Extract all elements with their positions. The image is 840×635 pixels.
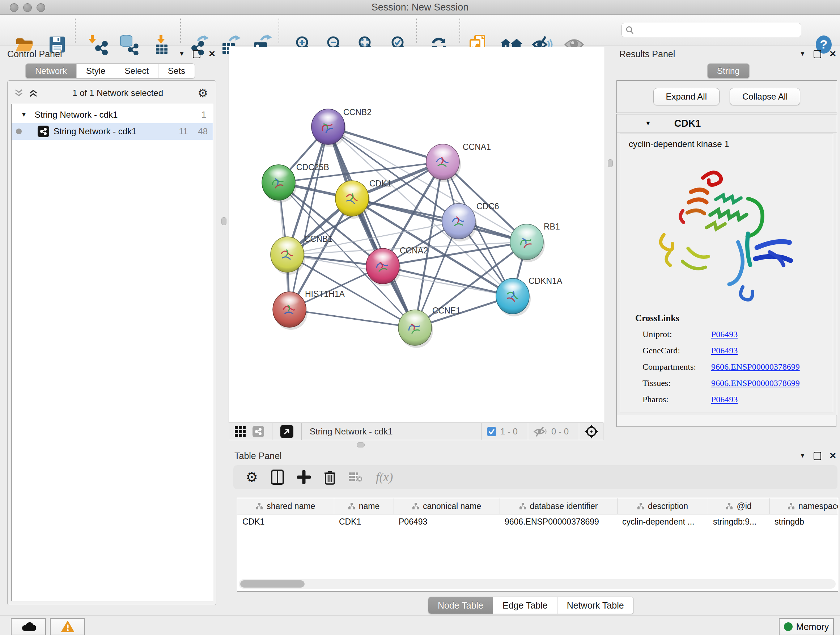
node-table[interactable]: shared name name canonical name database… bbox=[237, 498, 838, 592]
collapse-all-networks-icon[interactable] bbox=[14, 89, 24, 97]
add-column-icon[interactable] bbox=[297, 470, 311, 484]
entry-collapse-icon[interactable]: ▼ bbox=[645, 120, 651, 127]
table-row[interactable]: CDK1 CDK1 P06493 9606.ENSP00000378699 cy… bbox=[237, 515, 838, 529]
network-label: String Network - cdk1 bbox=[54, 126, 136, 136]
toolbar-separator bbox=[180, 18, 181, 43]
control-panel-title: Control Panel bbox=[7, 49, 62, 59]
panel-float-icon[interactable] bbox=[813, 452, 821, 460]
tab-node-table[interactable]: Node Table bbox=[428, 597, 493, 614]
show-columns-icon[interactable] bbox=[271, 470, 284, 485]
search-input[interactable] bbox=[634, 25, 801, 35]
panel-close-icon[interactable]: ✕ bbox=[208, 50, 216, 57]
crosslink-value: 9606.ENSP00000378699 bbox=[711, 362, 800, 372]
string-network-graph[interactable]: CCNB2CCNA1CDC25BCDK1CDC6RB1CCNB1CCNA2CDK… bbox=[229, 47, 604, 423]
table-horizontal-scrollbar[interactable] bbox=[239, 579, 836, 589]
hidden-eye-slash-icon[interactable] bbox=[533, 426, 548, 437]
column-type-icon bbox=[788, 503, 795, 509]
table-panel-header: Table Panel ▼ ✕ bbox=[234, 450, 836, 462]
column-header[interactable]: name bbox=[334, 498, 393, 515]
birdseye-view-icon[interactable] bbox=[280, 425, 294, 438]
column-header[interactable]: @id bbox=[708, 498, 769, 515]
tab-sets[interactable]: Sets bbox=[158, 64, 195, 78]
panel-float-icon[interactable] bbox=[193, 50, 201, 58]
center-view-crosshair-icon[interactable] bbox=[584, 424, 599, 439]
column-header[interactable]: description bbox=[617, 498, 708, 515]
crosslink-value: P06493 bbox=[711, 329, 737, 339]
column-header[interactable]: canonical name bbox=[393, 498, 500, 515]
warning-status-button[interactable] bbox=[50, 618, 85, 635]
main-toolbar: ? bbox=[0, 15, 840, 46]
network-list-panel: 1 of 1 Network selected ⚙ ▼ String Netwo… bbox=[7, 80, 216, 605]
network-options-gear-icon[interactable]: ⚙ bbox=[197, 86, 208, 100]
column-header[interactable]: namespace bbox=[769, 498, 838, 515]
tab-network-table[interactable]: Network Table bbox=[557, 597, 633, 614]
network-row-selected[interactable]: String Network - cdk1 11 48 bbox=[11, 123, 213, 140]
panel-close-icon[interactable]: ✕ bbox=[829, 452, 836, 459]
node-label: CCNA1 bbox=[463, 142, 491, 152]
network-tree: ▼ String Network - cdk1 1 String Network… bbox=[11, 104, 213, 601]
collection-count: 1 bbox=[202, 110, 206, 120]
table-options-gear-icon[interactable]: ⚙ bbox=[246, 469, 258, 485]
right-splitter-grip[interactable] bbox=[608, 159, 613, 167]
memory-status-dot-icon bbox=[784, 622, 793, 631]
node-label: CCNE1 bbox=[432, 306, 461, 315]
crosslink-label: Tissues: bbox=[643, 378, 671, 388]
tab-string[interactable]: String bbox=[707, 64, 749, 78]
tab-select[interactable]: Select bbox=[115, 64, 158, 78]
expand-all-button[interactable]: Expand All bbox=[653, 88, 720, 105]
panel-float-icon[interactable] bbox=[813, 50, 821, 58]
memory-button[interactable]: Memory bbox=[779, 618, 834, 635]
search-icon bbox=[625, 26, 634, 35]
delete-table-icon[interactable] bbox=[348, 471, 363, 483]
network-view-icon[interactable] bbox=[253, 426, 264, 437]
network-collection-row[interactable]: ▼ String Network - cdk1 1 bbox=[11, 106, 213, 123]
tab-style[interactable]: Style bbox=[76, 64, 115, 78]
scrollbar-thumb[interactable] bbox=[240, 580, 305, 587]
tab-network[interactable]: Network bbox=[26, 64, 76, 78]
panel-menu-icon[interactable]: ▼ bbox=[179, 50, 185, 57]
control-panel-tabs: Network Style Select Sets bbox=[25, 63, 195, 79]
results-scrollbar[interactable] bbox=[616, 415, 836, 427]
selected-counts: 1 - 0 bbox=[500, 426, 518, 437]
toolbar-separator bbox=[75, 18, 76, 43]
string-network-icon bbox=[38, 126, 49, 137]
network-status-dot-icon bbox=[16, 128, 22, 134]
results-panel-tabs: String bbox=[707, 63, 750, 79]
function-builder-icon[interactable]: f(x) bbox=[376, 470, 393, 484]
column-header[interactable]: shared name bbox=[237, 498, 334, 515]
column-type-icon bbox=[519, 503, 526, 509]
panel-menu-icon[interactable]: ▼ bbox=[799, 50, 806, 57]
grid-view-icon[interactable] bbox=[234, 426, 246, 437]
collection-expand-icon[interactable]: ▼ bbox=[21, 111, 27, 118]
table-panel-title: Table Panel bbox=[234, 451, 282, 461]
expand-all-networks-icon[interactable] bbox=[28, 89, 38, 97]
bottom-splitter-grip[interactable] bbox=[357, 442, 365, 448]
selected-checkbox-icon[interactable] bbox=[486, 426, 497, 437]
delete-column-icon[interactable] bbox=[324, 470, 336, 485]
node-label: HIST1H1A bbox=[305, 289, 345, 299]
collapse-all-button[interactable]: Collapse All bbox=[729, 88, 800, 105]
panel-menu-icon[interactable]: ▼ bbox=[799, 452, 806, 459]
column-type-icon bbox=[726, 503, 733, 509]
column-header[interactable]: database identifier bbox=[500, 498, 617, 515]
crosslink-value: P06493 bbox=[711, 346, 737, 356]
node-label: CDC25B bbox=[296, 163, 329, 172]
toolbar-search[interactable] bbox=[622, 23, 801, 37]
cloud-status-button[interactable] bbox=[11, 618, 46, 635]
toolbar-separator bbox=[459, 18, 460, 43]
results-entry: ▼ CDK1 cyclin-dependent kinase 1 bbox=[616, 114, 837, 416]
status-bar: Memory bbox=[0, 616, 840, 635]
node-label: CCNB1 bbox=[304, 234, 332, 244]
column-type-icon bbox=[256, 503, 263, 509]
left-splitter-grip[interactable] bbox=[221, 217, 226, 225]
crosslink-value: 9606.ENSP00000378699 bbox=[711, 378, 800, 388]
network-canvas[interactable]: CCNB2CCNA1CDC25BCDK1CDC6RB1CCNB1CCNA2CDK… bbox=[229, 47, 604, 423]
panel-close-icon[interactable]: ✕ bbox=[829, 50, 836, 57]
collection-label: String Network - cdk1 bbox=[35, 110, 118, 120]
network-view-title: String Network - cdk1 bbox=[309, 426, 393, 437]
tab-edge-table[interactable]: Edge Table bbox=[493, 597, 557, 614]
memory-label: Memory bbox=[796, 622, 829, 632]
application-window: Session: New Session bbox=[0, 0, 840, 635]
window-title: Session: New Session bbox=[0, 0, 840, 14]
results-panel-title: Results Panel bbox=[619, 49, 675, 59]
